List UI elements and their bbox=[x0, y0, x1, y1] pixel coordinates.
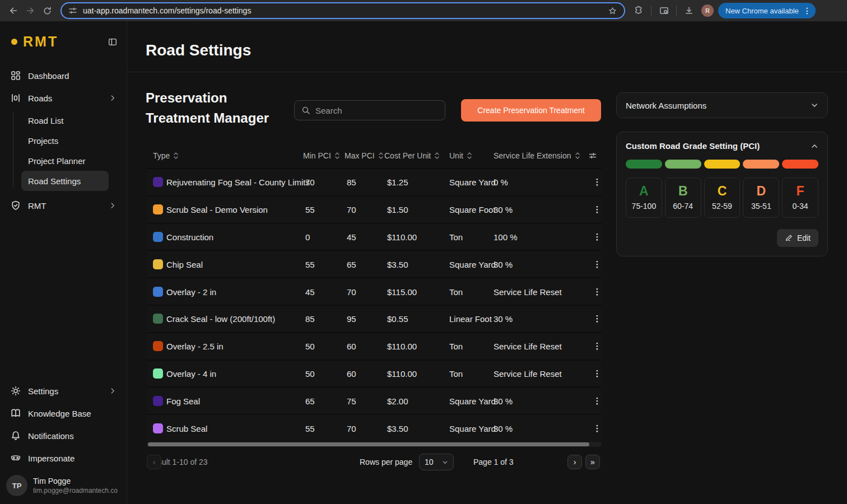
column-header-service-life-extension[interactable]: Service Life Extension bbox=[494, 151, 580, 160]
row-menu-icon[interactable]: ⋮ bbox=[590, 368, 604, 379]
grade-letter: F bbox=[783, 184, 818, 199]
table-row[interactable]: Crack Seal - low (200ft/100ft) 85 95 $0.… bbox=[147, 305, 602, 332]
row-menu-icon[interactable]: ⋮ bbox=[590, 423, 604, 433]
table-row[interactable]: Overlay - 2.5 in 50 60 $110.00 Ton Servi… bbox=[147, 332, 602, 360]
sidebar-item-project-planner[interactable]: Project Planner bbox=[21, 151, 109, 171]
cell-type: Fog Seal bbox=[166, 396, 200, 405]
user-profile[interactable]: TP Tim Pogge tim.pogge@roadmantech.com bbox=[0, 469, 127, 496]
back-icon[interactable] bbox=[6, 3, 21, 18]
last-page-button[interactable]: » bbox=[585, 455, 600, 469]
row-menu-icon[interactable]: ⋮ bbox=[590, 396, 604, 406]
roads-icon bbox=[10, 92, 21, 104]
reload-icon[interactable] bbox=[39, 3, 55, 18]
cell-service-life: 30 % bbox=[494, 423, 513, 433]
extensions-icon[interactable] bbox=[631, 3, 646, 18]
row-menu-icon[interactable]: ⋮ bbox=[590, 177, 604, 187]
cell-service-life: 30 % bbox=[494, 396, 513, 405]
cell-unit: Square Foot bbox=[449, 205, 496, 214]
sidebar-item-knowledge-base[interactable]: Knowledge Base bbox=[8, 402, 119, 424]
row-menu-icon[interactable]: ⋮ bbox=[590, 314, 604, 324]
column-settings-icon[interactable] bbox=[588, 151, 597, 160]
rows-per-page-select[interactable]: 10 bbox=[419, 454, 454, 470]
grade-card-header[interactable]: Custom Road Grade Setting (PCI) bbox=[626, 141, 818, 151]
chrome-update-button[interactable]: New Chrome available ⋮ bbox=[718, 3, 816, 18]
grade-pill-a bbox=[626, 160, 662, 169]
table-row[interactable]: Overlay - 2 in 45 70 $115.00 Ton Service… bbox=[147, 277, 602, 305]
cell-unit: Square Yard bbox=[449, 178, 496, 187]
next-page-button[interactable]: › bbox=[567, 455, 582, 469]
profile-avatar[interactable]: R bbox=[701, 4, 714, 17]
cell-cost: $1.25 bbox=[387, 178, 408, 187]
cell-cost: $1.50 bbox=[387, 205, 408, 214]
scrollbar-thumb[interactable] bbox=[148, 442, 589, 446]
address-bar[interactable] bbox=[61, 2, 625, 19]
page-header: Road Settings bbox=[127, 21, 847, 72]
table-footer: Result 1-10 of 23 Rows per page 10 Page … bbox=[147, 452, 602, 472]
grade-pill-b bbox=[665, 160, 701, 169]
create-preservation-treatment-button[interactable]: Create Preservation Treatment bbox=[461, 99, 601, 122]
cell-min-pci: 85 bbox=[305, 314, 315, 324]
sub-item-label: Project Planner bbox=[28, 156, 86, 166]
forward-icon[interactable] bbox=[22, 3, 38, 18]
search-input[interactable] bbox=[315, 106, 438, 115]
row-menu-icon[interactable]: ⋮ bbox=[590, 259, 604, 269]
sidebar-item-road-list[interactable]: Road List bbox=[21, 110, 109, 130]
row-menu-icon[interactable]: ⋮ bbox=[590, 232, 604, 242]
sidebar-item-impersonate[interactable]: Impersonate bbox=[8, 447, 119, 469]
downloads-icon[interactable] bbox=[681, 3, 697, 18]
table-row[interactable]: Construction 0 45 $110.00 Ton 100 % ⋮ bbox=[147, 223, 602, 250]
url-input[interactable] bbox=[83, 6, 602, 15]
sidebar-item-dashboard[interactable]: Dashboard bbox=[8, 64, 119, 87]
bookmark-star-icon[interactable] bbox=[608, 6, 617, 16]
column-header-cost-per-unit[interactable]: Cost Per Unit bbox=[384, 151, 440, 160]
table-row[interactable]: Scrub Seal - Demo Version 55 70 $1.50 Sq… bbox=[147, 195, 602, 223]
horizontal-scrollbar[interactable] bbox=[147, 442, 602, 447]
row-menu-icon[interactable]: ⋮ bbox=[590, 341, 604, 351]
side-panel-icon[interactable] bbox=[656, 3, 672, 18]
sidebar-item-rmt[interactable]: RMT bbox=[8, 194, 119, 217]
sidebar-item-settings[interactable]: Settings bbox=[8, 380, 119, 402]
previous-page-button[interactable]: ‹ bbox=[147, 455, 161, 469]
sort-icon bbox=[173, 152, 179, 160]
type-color-swatch bbox=[153, 177, 163, 187]
type-color-swatch bbox=[153, 259, 163, 269]
sidebar: RMT Dashboard Roads Road List Projects P… bbox=[0, 21, 127, 504]
user-avatar[interactable]: TP bbox=[6, 475, 27, 496]
grade-box-a: A 75-100 bbox=[626, 178, 662, 218]
cell-max-pci: 65 bbox=[347, 259, 356, 269]
site-settings-icon[interactable] bbox=[68, 6, 77, 15]
row-menu-icon[interactable]: ⋮ bbox=[590, 287, 604, 297]
cell-unit: Linear Foot bbox=[449, 314, 492, 324]
grade-range: 35-51 bbox=[743, 202, 779, 211]
table-row[interactable]: Rejuvenating Fog Seal - County Limits 70… bbox=[147, 168, 602, 195]
page-title: Road Settings bbox=[146, 41, 251, 59]
column-header-max-pci[interactable]: Max PCI bbox=[345, 151, 384, 160]
column-header-unit[interactable]: Unit bbox=[449, 151, 472, 160]
search-box[interactable] bbox=[294, 100, 445, 120]
column-header-min-pci[interactable]: Min PCI bbox=[303, 151, 340, 160]
cell-min-pci: 55 bbox=[305, 259, 315, 269]
table-row[interactable]: Fog Seal 65 75 $2.00 Square Yard 30 % ⋮ bbox=[147, 386, 602, 414]
table-row[interactable]: Overlay - 4 in 50 60 $110.00 Ton Service… bbox=[147, 360, 602, 387]
sidebar-item-roads[interactable]: Roads bbox=[8, 87, 119, 109]
edit-grades-button[interactable]: Edit bbox=[777, 229, 818, 247]
cell-type: Overlay - 4 in bbox=[166, 368, 216, 378]
table-row[interactable]: Chip Seal 55 65 $3.50 Square Yard 30 % ⋮ bbox=[147, 250, 602, 277]
cell-unit: Square Yard bbox=[449, 396, 496, 405]
table-row[interactable]: Scrub Seal 55 70 $3.50 Square Yard 30 % … bbox=[147, 414, 602, 441]
column-header-type[interactable]: Type bbox=[153, 151, 179, 160]
sub-item-label: Road Settings bbox=[28, 176, 81, 186]
sidebar-item-notifications[interactable]: Notifications bbox=[8, 424, 119, 447]
section-title: Preservation Treatment Manager bbox=[146, 88, 277, 128]
network-assumptions-card[interactable]: Network Assumptions bbox=[616, 92, 828, 118]
chevron-down-icon bbox=[811, 101, 818, 109]
sidebar-item-projects[interactable]: Projects bbox=[21, 130, 109, 151]
type-color-swatch bbox=[153, 368, 163, 379]
chrome-menu-icon[interactable]: ⋮ bbox=[803, 6, 811, 15]
grade-color-bar bbox=[626, 160, 818, 169]
row-menu-icon[interactable]: ⋮ bbox=[590, 204, 604, 214]
sidebar-collapse-icon[interactable] bbox=[108, 37, 118, 47]
cell-service-life: Service Life Reset bbox=[494, 287, 562, 296]
sidebar-item-road-settings[interactable]: Road Settings bbox=[21, 171, 109, 191]
sub-item-label: Projects bbox=[28, 136, 58, 146]
